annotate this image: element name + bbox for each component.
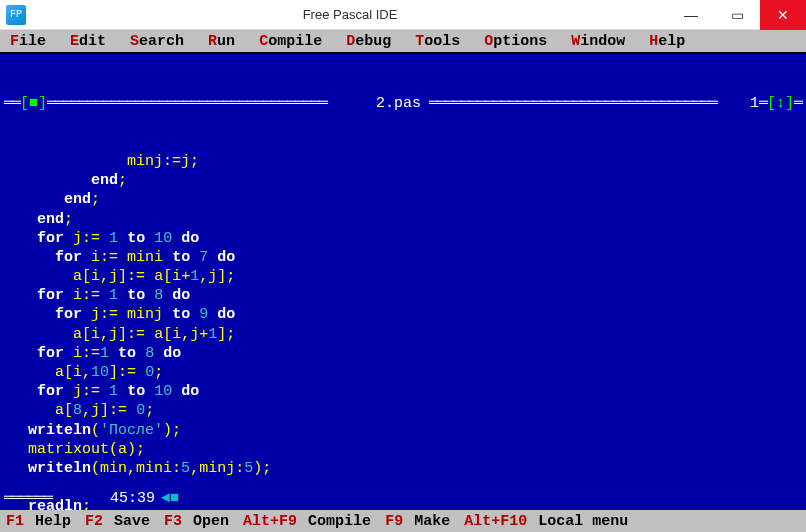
menu-help[interactable]: Help <box>649 33 685 50</box>
titlebar: FP Free Pascal IDE — ▭ ✕ <box>0 0 806 30</box>
frame-dbl: ══════ <box>4 489 52 508</box>
code-line[interactable]: for j:= minj to 9 do <box>10 305 802 324</box>
code-line[interactable]: for i:=1 to 8 do <box>10 344 802 363</box>
editor-frame-top: ══ [■] ═════════════════════════════════… <box>4 94 802 113</box>
editor-bottom: ══════ 45:39 ◄■ <box>4 489 802 508</box>
frame-dbl: ═ <box>759 94 767 113</box>
code-line[interactable]: end; <box>10 190 802 209</box>
status-make[interactable]: F9 Make <box>385 513 450 530</box>
status-open[interactable]: F3 Open <box>164 513 229 530</box>
code-line[interactable]: end; <box>10 171 802 190</box>
code-line[interactable]: a[i,j]:= a[i+1,j]; <box>10 267 802 286</box>
code-line[interactable]: a[i,10]:= 0; <box>10 363 802 382</box>
menu-debug[interactable]: Debug <box>346 33 391 50</box>
menu-search[interactable]: Search <box>130 33 184 50</box>
window-title: Free Pascal IDE <box>32 7 668 22</box>
code-line[interactable]: matrixout(a); <box>10 440 802 459</box>
menu-compile[interactable]: Compile <box>259 33 322 50</box>
status-save[interactable]: F2 Save <box>85 513 150 530</box>
menu-run[interactable]: Run <box>208 33 235 50</box>
status-help[interactable]: F1 Help <box>6 513 71 530</box>
code-line[interactable]: a[i,j]:= a[i,j+1]; <box>10 325 802 344</box>
code-content[interactable]: minj:=j; end; end; end; for j:= 1 to 10 … <box>4 152 802 510</box>
frame-dbl: ═ <box>794 94 802 113</box>
window-controls: — ▭ ✕ <box>668 0 806 30</box>
maximize-button[interactable]: ▭ <box>714 0 760 30</box>
statusbar: F1 HelpF2 SaveF3 OpenAlt+F9 CompileF9 Ma… <box>0 510 806 532</box>
cursor-position: 45:39 <box>110 489 155 508</box>
code-line[interactable]: writeln('После'); <box>10 421 802 440</box>
code-line[interactable]: for j:= 1 to 10 do <box>10 382 802 401</box>
code-line[interactable]: writeln(min,mini:5,minj:5); <box>10 459 802 478</box>
code-line[interactable]: end; <box>10 210 802 229</box>
editor-area[interactable]: ══ [■] ═════════════════════════════════… <box>0 54 806 510</box>
menubar: FileEditSearchRunCompileDebugToolsOption… <box>0 30 806 54</box>
menu-options[interactable]: Options <box>484 33 547 50</box>
code-line[interactable]: for i:= mini to 7 do <box>10 248 802 267</box>
frame-dbl: ════════════════════════════════════ <box>421 94 750 113</box>
close-button[interactable]: ✕ <box>760 0 806 30</box>
scrollbar-horizontal-icon[interactable]: ◄■ <box>161 489 179 508</box>
minimize-button[interactable]: — <box>668 0 714 30</box>
frame-dbl: ═══════════════════════════════════ <box>47 94 376 113</box>
close-editor-icon[interactable]: [■] <box>20 94 47 113</box>
status-local-menu[interactable]: Alt+F10 Local menu <box>464 513 628 530</box>
status-compile[interactable]: Alt+F9 Compile <box>243 513 371 530</box>
window-number: 1 <box>750 94 759 113</box>
menu-file[interactable]: File <box>10 33 46 50</box>
code-line[interactable]: a[8,j]:= 0; <box>10 401 802 420</box>
menu-window[interactable]: Window <box>571 33 625 50</box>
menu-tools[interactable]: Tools <box>415 33 460 50</box>
resize-icon[interactable]: [↕] <box>767 94 794 113</box>
code-line[interactable]: for j:= 1 to 10 do <box>10 229 802 248</box>
code-line[interactable]: minj:=j; <box>10 152 802 171</box>
editor-filename: 2.pas <box>376 94 421 113</box>
code-line[interactable]: for i:= 1 to 8 do <box>10 286 802 305</box>
app-icon: FP <box>6 5 26 25</box>
menu-edit[interactable]: Edit <box>70 33 106 50</box>
frame-dbl: ══ <box>4 94 20 113</box>
